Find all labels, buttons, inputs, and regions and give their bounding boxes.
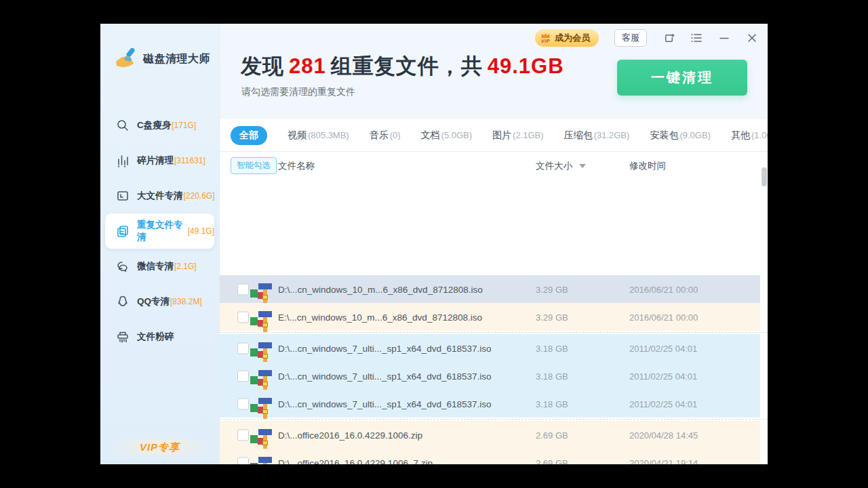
app-window: 磁盘清理大师 C盘瘦身 [171G] 碎片清理 [311631] (100, 24, 768, 464)
sidebar: 磁盘清理大师 C盘瘦身 [171G] 碎片清理 [311631] (100, 24, 220, 464)
close-icon[interactable] (746, 32, 758, 44)
tab-count: (5.0GB) (441, 130, 473, 140)
menu-icon[interactable] (690, 32, 703, 44)
app-logo: 磁盘清理大师 (100, 24, 219, 70)
tab-archive[interactable]: 压缩包(31.2GB) (564, 129, 630, 142)
tab-label: 压缩包 (564, 129, 593, 140)
sidebar-item-value: [2.1G] (174, 262, 197, 271)
sidebar-menu: C盘瘦身 [171G] 碎片清理 [311631] 大文件专清 [220.6G] (100, 108, 219, 354)
duplicate-group-count: 281 (289, 54, 326, 78)
sidebar-item-value: [838.2M] (170, 297, 202, 306)
file-row[interactable]: D:\...office2016_16.0.4229.1006.zip 2.69… (220, 421, 760, 449)
file-row[interactable]: D:\...cn_windows_7_ulti..._sp1_x64_dvd_6… (220, 334, 760, 362)
sidebar-item-duplicate-file-clean[interactable]: 重复文件专清 [49.1G] (105, 214, 214, 249)
fragments-icon (115, 153, 130, 168)
duplicate-files-icon (115, 224, 130, 239)
file-row[interactable]: D:\...cn_windows_10_m...6_x86_dvd_871280… (220, 275, 760, 303)
file-list: D:\...cn_windows_10_m...6_x86_dvd_871280… (220, 275, 768, 464)
sidebar-item-label: 微信专清 (137, 260, 174, 272)
file-size: 3.18 GB (536, 371, 568, 381)
file-size: 3.18 GB (536, 343, 568, 353)
disk-scan-icon (115, 118, 130, 133)
sidebar-item-value: [171G] (172, 121, 196, 130)
sidebar-item-value: [220.6G] (184, 191, 215, 201)
row-checkbox[interactable] (237, 398, 249, 409)
sidebar-item-qq-clean[interactable]: QQ专清 [838.2M] (100, 284, 219, 319)
column-size-label: 文件大小 (536, 160, 572, 172)
file-time: 2016/06/21 00:00 (629, 284, 698, 294)
file-path: D:\...office2016_16.0.4229.1006.zip (278, 430, 422, 440)
file-row[interactable]: D:\...office2016_16.0.4229.1006_7.zip 2.… (220, 449, 760, 464)
summary-title: 发现281组重复文件，共49.1GB (241, 52, 569, 81)
feedback-icon[interactable] (663, 32, 675, 44)
tab-installer[interactable]: 安装包(9.0GB) (650, 129, 711, 142)
file-row[interactable]: E:\...cn_windows_10_m...6_x86_dvd_871280… (220, 303, 760, 331)
file-size: 3.18 GB (536, 399, 568, 409)
file-row[interactable]: D:\...cn_windows_7_ulti..._sp1_x64_dvd_6… (220, 390, 760, 418)
sidebar-item-large-file-clean[interactable]: 大文件专清 [220.6G] (100, 178, 219, 214)
file-row[interactable]: D:\...cn_windows_7_ulti..._sp1_x64_dvd_6… (220, 362, 760, 390)
tab-image[interactable]: 图片(2.1GB) (492, 129, 544, 142)
tab-label: 文档 (421, 129, 440, 140)
become-vip-button[interactable]: VIP 成为会员 (535, 29, 599, 47)
app-title: 磁盘清理大师 (143, 52, 210, 66)
row-checkbox[interactable] (237, 457, 249, 464)
tab-label: 其他 (731, 129, 750, 140)
become-vip-label: 成为会员 (555, 32, 590, 44)
minimize-icon[interactable] (718, 32, 730, 44)
file-size: 2.69 GB (536, 430, 568, 440)
row-checkbox[interactable] (237, 283, 249, 295)
sidebar-item-file-shredder[interactable]: 文件粉碎 (100, 319, 219, 354)
vip-exclusive-banner[interactable]: VIP专享 (100, 439, 219, 455)
file-time: 2020/04/21 19:14 (629, 458, 698, 464)
crown-icon: VIP (540, 33, 551, 43)
tab-music[interactable]: 音乐(0) (370, 129, 401, 142)
sidebar-item-wechat-clean[interactable]: 微信专清 [2.1G] (100, 249, 219, 284)
file-path: D:\...cn_windows_7_ulti..._sp1_x64_dvd_6… (278, 399, 491, 409)
row-checkbox[interactable] (237, 429, 249, 441)
shredder-icon (115, 329, 130, 344)
main-panel: VIP 成为会员 客服 发现281组重复文件，共49.1GB 请勾选 (220, 24, 768, 464)
sidebar-item-fragment-clean[interactable]: 碎片清理 [311631] (100, 143, 219, 178)
file-path: D:\...office2016_16.0.4229.1006_7.zip (278, 458, 433, 464)
sort-arrow-icon[interactable] (579, 164, 586, 168)
large-file-icon (115, 188, 130, 203)
column-header-name: 文件名称 (278, 160, 315, 172)
row-checkbox[interactable] (237, 311, 249, 323)
file-path: D:\...cn_windows_10_m...6_x86_dvd_871280… (278, 284, 483, 294)
tab-video[interactable]: 视频(805.3MB) (288, 129, 349, 142)
sidebar-item-value: [311631] (174, 156, 205, 165)
sidebar-item-label: 大文件专清 (137, 190, 183, 202)
content-panel: 全部 视频(805.3MB) 音乐(0) 文档(5.0GB) 图片(2.1GB)… (220, 119, 768, 464)
file-time: 2020/04/28 14:45 (629, 430, 698, 440)
tab-count: (31.2GB) (594, 130, 630, 140)
file-time: 2011/02/25 04:01 (629, 343, 697, 353)
wechat-icon (115, 259, 130, 274)
sidebar-item-label: QQ专清 (137, 296, 170, 308)
sidebar-item-value: [49.1G] (188, 226, 214, 236)
support-button[interactable]: 客服 (614, 29, 647, 47)
file-time: 2016/06/21 00:00 (629, 312, 698, 322)
column-header-size[interactable]: 文件大小 (536, 160, 586, 172)
column-header-time: 修改时间 (629, 160, 666, 172)
tab-other[interactable]: 其他(1.0GB) (731, 129, 768, 142)
sidebar-item-c-drive-slim[interactable]: C盘瘦身 [171G] (100, 108, 219, 143)
one-click-clean-button[interactable]: 一键清理 (617, 60, 747, 96)
file-time: 2011/02/25 04:01 (629, 399, 697, 409)
tab-label: 安装包 (650, 129, 678, 140)
smart-select-button[interactable]: 智能勾选 (231, 157, 277, 174)
titlebar: VIP 成为会员 客服 (535, 29, 758, 47)
qq-icon (115, 294, 130, 309)
row-checkbox[interactable] (237, 370, 249, 382)
tab-count: (9.0GB) (679, 130, 711, 140)
row-checkbox[interactable] (237, 342, 249, 354)
tab-label: 全部 (239, 129, 258, 140)
scrollbar-thumb[interactable] (762, 167, 767, 186)
scrollbar-track[interactable] (762, 167, 767, 464)
summary-middle: 组重复文件，共 (331, 54, 483, 78)
tab-count: (2.1GB) (513, 130, 544, 140)
broom-logo-icon (114, 48, 137, 70)
tab-all[interactable]: 全部 (231, 126, 267, 145)
sidebar-item-label: 碎片清理 (137, 155, 174, 167)
tab-document[interactable]: 文档(5.0GB) (421, 129, 473, 142)
